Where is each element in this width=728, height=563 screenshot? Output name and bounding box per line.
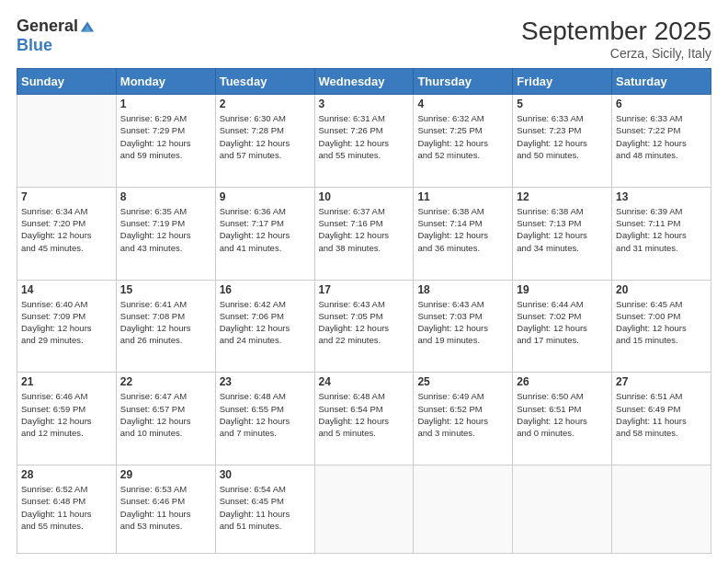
table-row: 15Sunrise: 6:41 AM Sunset: 7:08 PM Dayli… — [116, 280, 215, 373]
day-info: Sunrise: 6:38 AM Sunset: 7:13 PM Dayligh… — [517, 205, 608, 254]
day-info: Sunrise: 6:41 AM Sunset: 7:08 PM Dayligh… — [120, 298, 211, 347]
table-row: 3Sunrise: 6:31 AM Sunset: 7:26 PM Daylig… — [314, 95, 414, 188]
day-info: Sunrise: 6:50 AM Sunset: 6:51 PM Dayligh… — [517, 390, 608, 439]
day-number: 7 — [21, 190, 112, 203]
day-info: Sunrise: 6:36 AM Sunset: 7:17 PM Dayligh… — [220, 205, 311, 254]
header-sunday: Sunday — [17, 69, 117, 95]
day-number: 17 — [319, 283, 410, 296]
header: General Blue September 2025 Cerza, Sicil… — [17, 17, 711, 61]
day-number: 23 — [220, 375, 311, 388]
table-row: 13Sunrise: 6:39 AM Sunset: 7:11 PM Dayli… — [612, 187, 711, 280]
day-number: 2 — [220, 98, 311, 110]
day-number: 21 — [21, 375, 112, 388]
table-row: 30Sunrise: 6:54 AM Sunset: 6:45 PM Dayli… — [215, 465, 314, 554]
day-number: 18 — [417, 283, 508, 296]
table-row: 27Sunrise: 6:51 AM Sunset: 6:49 PM Dayli… — [612, 373, 711, 465]
header-saturday: Saturday — [612, 69, 711, 95]
table-row: 24Sunrise: 6:48 AM Sunset: 6:54 PM Dayli… — [314, 373, 414, 465]
day-info: Sunrise: 6:43 AM Sunset: 7:05 PM Dayligh… — [319, 298, 410, 347]
subtitle: Cerza, Sicily, Italy — [521, 46, 711, 61]
day-number: 16 — [220, 283, 311, 296]
day-info: Sunrise: 6:44 AM Sunset: 7:02 PM Dayligh… — [517, 298, 608, 347]
table-row: 29Sunrise: 6:53 AM Sunset: 6:46 PM Dayli… — [116, 465, 215, 554]
day-number: 12 — [517, 190, 608, 203]
table-row: 21Sunrise: 6:46 AM Sunset: 6:59 PM Dayli… — [17, 373, 117, 465]
table-row: 23Sunrise: 6:48 AM Sunset: 6:55 PM Dayli… — [215, 373, 314, 465]
table-row: 9Sunrise: 6:36 AM Sunset: 7:17 PM Daylig… — [215, 187, 314, 280]
day-number: 27 — [616, 375, 707, 388]
table-row — [17, 95, 117, 188]
day-info: Sunrise: 6:46 AM Sunset: 6:59 PM Dayligh… — [21, 390, 112, 439]
day-info: Sunrise: 6:37 AM Sunset: 7:16 PM Dayligh… — [319, 205, 410, 254]
day-info: Sunrise: 6:31 AM Sunset: 7:26 PM Dayligh… — [319, 112, 410, 161]
calendar-week-2: 7Sunrise: 6:34 AM Sunset: 7:20 PM Daylig… — [17, 187, 711, 280]
day-info: Sunrise: 6:45 AM Sunset: 7:00 PM Dayligh… — [616, 298, 707, 347]
table-row: 4Sunrise: 6:32 AM Sunset: 7:25 PM Daylig… — [414, 95, 513, 188]
header-wednesday: Wednesday — [314, 69, 414, 95]
day-number: 6 — [616, 98, 707, 110]
table-row: 8Sunrise: 6:35 AM Sunset: 7:19 PM Daylig… — [116, 187, 215, 280]
title-section: September 2025 Cerza, Sicily, Italy — [521, 17, 711, 61]
day-info: Sunrise: 6:32 AM Sunset: 7:25 PM Dayligh… — [417, 112, 508, 161]
day-number: 11 — [417, 190, 508, 203]
table-row — [314, 465, 414, 554]
day-info: Sunrise: 6:52 AM Sunset: 6:48 PM Dayligh… — [21, 483, 112, 532]
table-row: 22Sunrise: 6:47 AM Sunset: 6:57 PM Dayli… — [116, 373, 215, 465]
day-info: Sunrise: 6:38 AM Sunset: 7:14 PM Dayligh… — [417, 205, 508, 254]
day-number: 25 — [417, 375, 508, 388]
day-number: 30 — [220, 468, 311, 481]
day-number: 4 — [417, 98, 508, 110]
day-info: Sunrise: 6:51 AM Sunset: 6:49 PM Dayligh… — [616, 390, 707, 439]
day-number: 22 — [120, 375, 211, 388]
table-row: 18Sunrise: 6:43 AM Sunset: 7:03 PM Dayli… — [414, 280, 513, 373]
header-monday: Monday — [116, 69, 215, 95]
day-number: 1 — [120, 98, 211, 110]
calendar-week-5: 28Sunrise: 6:52 AM Sunset: 6:48 PM Dayli… — [17, 465, 711, 554]
day-info: Sunrise: 6:35 AM Sunset: 7:19 PM Dayligh… — [120, 205, 211, 254]
day-number: 15 — [120, 283, 211, 296]
day-number: 8 — [120, 190, 211, 203]
table-row — [513, 465, 612, 554]
logo-general-text: General — [17, 17, 78, 36]
day-info: Sunrise: 6:49 AM Sunset: 6:52 PM Dayligh… — [417, 390, 508, 439]
table-row: 19Sunrise: 6:44 AM Sunset: 7:02 PM Dayli… — [513, 280, 612, 373]
day-number: 5 — [517, 98, 608, 110]
day-info: Sunrise: 6:53 AM Sunset: 6:46 PM Dayligh… — [120, 483, 211, 532]
day-number: 29 — [120, 468, 211, 481]
table-row: 26Sunrise: 6:50 AM Sunset: 6:51 PM Dayli… — [513, 373, 612, 465]
day-number: 28 — [21, 468, 112, 481]
table-row: 28Sunrise: 6:52 AM Sunset: 6:48 PM Dayli… — [17, 465, 117, 554]
table-row: 1Sunrise: 6:29 AM Sunset: 7:29 PM Daylig… — [116, 95, 215, 188]
table-row: 25Sunrise: 6:49 AM Sunset: 6:52 PM Dayli… — [414, 373, 513, 465]
table-row: 17Sunrise: 6:43 AM Sunset: 7:05 PM Dayli… — [314, 280, 414, 373]
calendar: Sunday Monday Tuesday Wednesday Thursday… — [17, 68, 711, 554]
day-info: Sunrise: 6:39 AM Sunset: 7:11 PM Dayligh… — [616, 205, 707, 254]
table-row — [612, 465, 711, 554]
day-info: Sunrise: 6:43 AM Sunset: 7:03 PM Dayligh… — [417, 298, 508, 347]
day-info: Sunrise: 6:29 AM Sunset: 7:29 PM Dayligh… — [120, 112, 211, 161]
day-number: 10 — [319, 190, 410, 203]
logo: General Blue — [17, 17, 96, 55]
day-info: Sunrise: 6:42 AM Sunset: 7:06 PM Dayligh… — [220, 298, 311, 347]
table-row: 7Sunrise: 6:34 AM Sunset: 7:20 PM Daylig… — [17, 187, 117, 280]
table-row: 14Sunrise: 6:40 AM Sunset: 7:09 PM Dayli… — [17, 280, 117, 373]
header-friday: Friday — [513, 69, 612, 95]
header-tuesday: Tuesday — [215, 69, 314, 95]
day-info: Sunrise: 6:47 AM Sunset: 6:57 PM Dayligh… — [120, 390, 211, 439]
header-thursday: Thursday — [414, 69, 513, 95]
table-row — [414, 465, 513, 554]
day-number: 13 — [616, 190, 707, 203]
table-row: 20Sunrise: 6:45 AM Sunset: 7:00 PM Dayli… — [612, 280, 711, 373]
table-row: 2Sunrise: 6:30 AM Sunset: 7:28 PM Daylig… — [215, 95, 314, 188]
day-number: 19 — [517, 283, 608, 296]
day-info: Sunrise: 6:33 AM Sunset: 7:22 PM Dayligh… — [616, 112, 707, 161]
day-info: Sunrise: 6:48 AM Sunset: 6:55 PM Dayligh… — [220, 390, 311, 439]
table-row: 12Sunrise: 6:38 AM Sunset: 7:13 PM Dayli… — [513, 187, 612, 280]
day-number: 24 — [319, 375, 410, 388]
day-info: Sunrise: 6:34 AM Sunset: 7:20 PM Dayligh… — [21, 205, 112, 254]
logo-icon — [79, 18, 96, 35]
day-info: Sunrise: 6:40 AM Sunset: 7:09 PM Dayligh… — [21, 298, 112, 347]
header-row: Sunday Monday Tuesday Wednesday Thursday… — [17, 69, 711, 95]
day-number: 3 — [319, 98, 410, 110]
table-row: 11Sunrise: 6:38 AM Sunset: 7:14 PM Dayli… — [414, 187, 513, 280]
